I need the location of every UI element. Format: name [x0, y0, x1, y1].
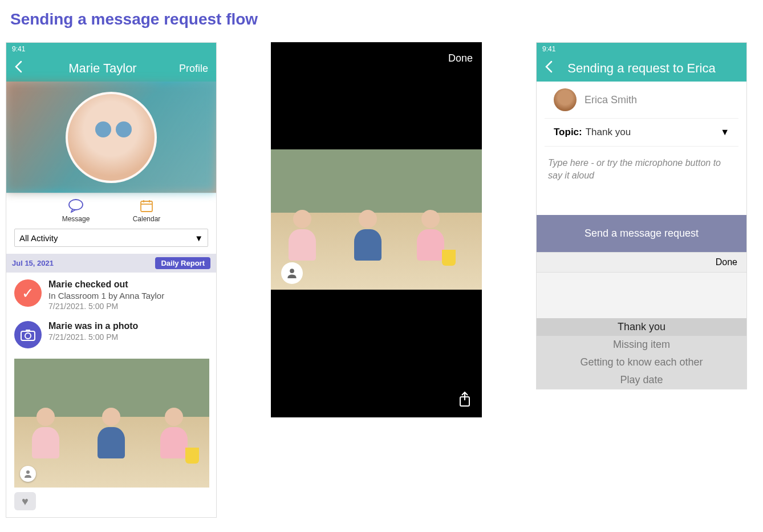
- calendar-label: Calendar: [133, 215, 161, 223]
- checkmark-icon: ✓: [14, 279, 42, 307]
- calendar-button[interactable]: Calendar: [133, 199, 161, 223]
- status-bar-time: 9:41: [537, 43, 746, 55]
- screen-profile: 9:41 Marie Taylor Profile Message Calend…: [6, 42, 217, 518]
- tag-people-button[interactable]: [281, 262, 303, 284]
- feed-body: Marie checked out In Classroom 1 by Anna…: [48, 279, 164, 311]
- date-text: Jul 15, 2021: [12, 259, 54, 267]
- keyboard-done-button[interactable]: Done: [537, 252, 746, 273]
- picker-item[interactable]: Thank you: [537, 318, 746, 336]
- screens-row: 9:41 Marie Taylor Profile Message Calend…: [6, 42, 757, 518]
- message-button[interactable]: Message: [62, 199, 90, 223]
- nav-bar: Marie Taylor Profile: [6, 55, 216, 82]
- screen-photo-viewer: Done: [271, 42, 482, 417]
- picker-item[interactable]: Play date: [537, 371, 746, 389]
- share-button[interactable]: [458, 391, 472, 409]
- activity-feed: ✓ Marie checked out In Classroom 1 by An…: [6, 273, 216, 517]
- screen-send-request: 9:41 Sending a request to Erica Erica Sm…: [536, 42, 747, 389]
- svg-point-8: [26, 470, 30, 474]
- svg-point-0: [69, 200, 83, 210]
- person-icon: [24, 470, 32, 478]
- message-label: Message: [62, 215, 90, 223]
- topic-label: Topic:: [554, 127, 582, 138]
- actions-row: Message Calendar: [6, 193, 216, 225]
- feed-item-checkout[interactable]: ✓ Marie checked out In Classroom 1 by An…: [14, 279, 208, 311]
- camera-icon: [14, 321, 42, 348]
- profile-link[interactable]: Profile: [174, 63, 208, 75]
- status-bar-time: 9:41: [6, 43, 216, 55]
- back-button[interactable]: [545, 60, 562, 76]
- photo-scene: [14, 359, 209, 488]
- calendar-icon: [140, 199, 153, 213]
- child-avatar[interactable]: [66, 92, 157, 183]
- nav-title: Sending a request to Erica: [562, 61, 721, 76]
- chevron-down-icon: ▼: [194, 233, 203, 243]
- picker-spacer: [537, 273, 746, 318]
- activity-filter-select[interactable]: All Activity ▼: [14, 229, 208, 247]
- picker-item[interactable]: Missing item: [537, 336, 746, 354]
- nav-bar: Sending a request to Erica: [537, 55, 746, 82]
- nav-title: Marie Taylor: [31, 61, 174, 76]
- photo-top-bar: Done: [271, 42, 482, 75]
- photo-scene: [271, 149, 482, 290]
- message-icon: [68, 199, 84, 213]
- heart-icon: ♥: [22, 495, 29, 508]
- page-title: Sending a message request flow: [10, 10, 757, 29]
- send-request-button[interactable]: Send a message request: [537, 215, 746, 252]
- feed-subtitle: In Classroom 1 by Anna Taylor: [48, 291, 164, 300]
- svg-point-9: [290, 269, 294, 273]
- topic-select[interactable]: Topic: Thank you ▼: [545, 119, 738, 147]
- topic-picker[interactable]: Thank you Missing item Getting to know e…: [537, 318, 746, 389]
- feed-photo-thumbnail[interactable]: [14, 359, 209, 488]
- feed-title: Marie was in a photo: [48, 321, 138, 331]
- recipient-name: Erica Smith: [585, 94, 637, 106]
- recipient-row[interactable]: Erica Smith: [545, 82, 738, 119]
- topic-value: Thank you: [586, 127, 720, 138]
- feed-item-photo[interactable]: Marie was in a photo 7/21/2021. 5:00 PM: [14, 321, 208, 348]
- back-button[interactable]: [14, 60, 31, 76]
- person-icon: [287, 268, 297, 278]
- tag-people-button[interactable]: [20, 466, 36, 482]
- date-header: Jul 15, 2021 Daily Report: [6, 254, 216, 273]
- picker-item[interactable]: Getting to know each other: [537, 354, 746, 371]
- share-icon: [458, 391, 472, 407]
- feed-timestamp: 7/21/2021. 5:00 PM: [48, 302, 164, 311]
- chevron-down-icon: ▼: [720, 127, 729, 137]
- daily-report-badge[interactable]: Daily Report: [155, 257, 210, 269]
- svg-rect-7: [26, 330, 30, 332]
- message-textarea[interactable]: Type here - or try the microphone button…: [537, 147, 746, 215]
- feed-timestamp: 7/21/2021. 5:00 PM: [48, 332, 138, 342]
- fullscreen-photo[interactable]: [271, 149, 482, 290]
- feed-body: Marie was in a photo 7/21/2021. 5:00 PM: [48, 321, 138, 348]
- done-button[interactable]: Done: [448, 52, 473, 64]
- svg-rect-1: [141, 201, 152, 212]
- feed-title: Marie checked out: [48, 279, 164, 290]
- recipient-avatar: [554, 88, 577, 111]
- like-button[interactable]: ♥: [14, 492, 36, 510]
- filter-row: All Activity ▼: [6, 225, 216, 254]
- svg-point-6: [25, 333, 31, 339]
- hero-image: [6, 82, 216, 193]
- filter-value: All Activity: [19, 233, 58, 243]
